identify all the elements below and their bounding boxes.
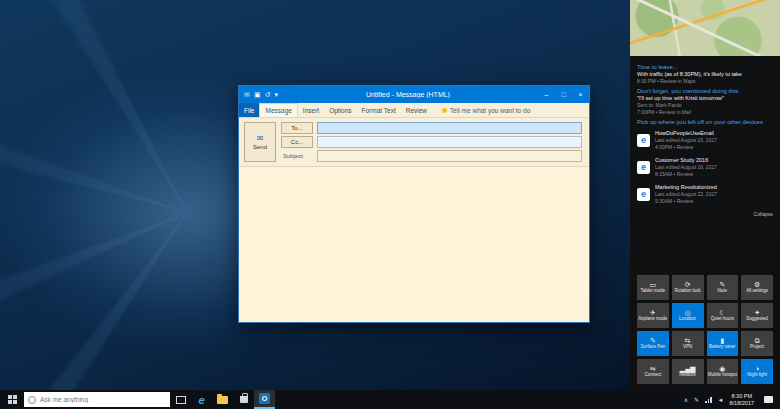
document-item[interactable]: e Customer Study 2016 Last edited August… — [637, 157, 773, 177]
network-icon: ▂▄▆ — [680, 365, 696, 372]
send-icon: ✉ — [257, 134, 264, 143]
tile-surface-pen[interactable]: ✎ Surface Pen — [637, 331, 669, 356]
connect-icon: ⇋ — [650, 365, 656, 372]
subject-input[interactable] — [317, 150, 582, 162]
document-meta: 4:00PM • Review — [655, 144, 717, 150]
save-icon[interactable]: ▣ — [254, 91, 261, 99]
minimize-button[interactable]: – — [538, 86, 555, 103]
document-item[interactable]: e HowDoPeopleUseEmail Last edited August… — [637, 130, 773, 150]
tile-label: Battery saver — [709, 345, 736, 350]
maximize-button[interactable]: □ — [555, 86, 572, 103]
quick-access-toolbar: ✉ ▣ ↺ ▾ — [244, 91, 278, 99]
task-view-button[interactable] — [170, 390, 191, 409]
edge-taskbar-button[interactable]: e — [191, 390, 212, 409]
tile-suggested[interactable]: ✦ Suggested — [741, 303, 773, 328]
tile-label: Note — [718, 289, 728, 294]
document-item[interactable]: e Marketing Revolutionized Last edited A… — [637, 184, 773, 204]
cc-input[interactable] — [317, 136, 582, 148]
pen-icon: ✎ — [650, 337, 656, 344]
tile-battery-saver[interactable]: ▮ Battery saver — [707, 331, 739, 356]
quick-actions-grid: ▭ Tablet mode ⟳ Rotation lock ✎ Note ⚙ A… — [637, 275, 773, 384]
action-center-content: Time to leave... With traffic (as of 8:3… — [630, 56, 780, 390]
tile-airplane-mode[interactable]: ✈ Airplane mode — [637, 303, 669, 328]
tile-label: Airplane mode — [638, 317, 667, 322]
project-icon: ⧉ — [755, 337, 760, 344]
document-title: HowDoPeopleUseEmail — [655, 130, 717, 136]
tile-label: Surface Pen — [640, 345, 665, 350]
time-to-leave-body: With traffic (as of 8:30PM), it's likely… — [637, 71, 773, 77]
start-button[interactable] — [0, 390, 24, 409]
lightbulb-icon — [442, 108, 447, 113]
app-icon: ✉ — [244, 91, 250, 99]
tile-network[interactable]: ▂▄▆ Network — [672, 359, 704, 384]
action-center-button[interactable] — [760, 390, 776, 409]
tab-format-text[interactable]: Format Text — [357, 103, 401, 117]
tray-pen-icon[interactable]: ✎ — [694, 397, 699, 403]
to-button[interactable]: To... — [281, 122, 313, 134]
action-center-icon — [764, 396, 773, 403]
window-titlebar[interactable]: ✉ ▣ ↺ ▾ Untitled - Message (HTML) – □ × — [239, 86, 589, 103]
document-meta: 8:15AM • Review — [655, 171, 717, 177]
tray-network-icon[interactable] — [705, 396, 712, 403]
tile-project[interactable]: ⧉ Project — [741, 331, 773, 356]
tile-label: Project — [750, 345, 764, 350]
system-tray: ∧ ✎ ◄ 8:30 PM 8/18/2017 — [684, 390, 780, 409]
airplane-icon: ✈ — [650, 309, 656, 316]
moon-icon: ☾ — [719, 309, 725, 316]
time-to-leave-notification[interactable]: Time to leave... With traffic (as of 8:3… — [637, 60, 773, 84]
outlook-taskbar-button[interactable]: O — [254, 390, 275, 409]
undo-icon[interactable]: ↺ — [265, 91, 271, 99]
windows-logo-icon — [8, 395, 17, 404]
tile-night-light[interactable]: ◑ Night light — [741, 359, 773, 384]
tile-label: Rotation lock — [675, 289, 701, 294]
tile-connect[interactable]: ⇋ Connect — [637, 359, 669, 384]
taskbar-clock[interactable]: 8:30 PM 8/18/2017 — [730, 393, 754, 407]
ribbon-tabs: File Message Insert Options Format Text … — [239, 103, 589, 118]
tile-label: Suggested — [746, 317, 768, 322]
cc-button[interactable]: Cc... — [281, 136, 313, 148]
collapse-link[interactable]: Collapse — [637, 211, 773, 217]
search-input[interactable] — [40, 396, 166, 403]
note-icon: ✎ — [719, 281, 725, 288]
tab-file[interactable]: File — [239, 103, 259, 117]
close-button[interactable]: × — [572, 86, 589, 103]
send-button[interactable]: ✉ Send — [244, 122, 276, 162]
message-body[interactable] — [239, 167, 589, 322]
outlook-compose-window: ✉ ▣ ↺ ▾ Untitled - Message (HTML) – □ × … — [238, 85, 590, 323]
task-view-icon — [176, 396, 186, 404]
tile-note[interactable]: ✎ Note — [707, 275, 739, 300]
tile-rotation-lock[interactable]: ⟳ Rotation lock — [672, 275, 704, 300]
file-explorer-button[interactable] — [212, 390, 233, 409]
tile-quiet-hours[interactable]: ☾ Quiet hours — [707, 303, 739, 328]
tell-me-box[interactable]: Tell me what you want to do — [442, 103, 530, 117]
compose-header: ✉ Send To... Cc... Subject — [239, 118, 589, 167]
store-bag-icon — [240, 396, 248, 403]
tile-vpn[interactable]: ⇆ VPN — [672, 331, 704, 356]
tile-location[interactable]: ◎ Location — [672, 303, 704, 328]
clock-time: 8:30 PM — [730, 393, 754, 400]
document-icon: e — [637, 134, 650, 147]
outlook-icon: O — [259, 393, 270, 404]
tab-review[interactable]: Review — [401, 103, 432, 117]
tray-volume-icon[interactable]: ◄ — [718, 397, 724, 403]
send-label: Send — [253, 144, 267, 150]
rotation-lock-icon: ⟳ — [685, 281, 691, 288]
reminder-notification[interactable]: Don't forget, you mentioned doing this: … — [637, 84, 773, 115]
tile-label: Mobile hotspot — [708, 373, 737, 378]
tile-mobile-hotspot[interactable]: ◉ Mobile hotspot — [707, 359, 739, 384]
window-controls: – □ × — [538, 86, 589, 103]
tab-options[interactable]: Options — [324, 103, 356, 117]
tablet-mode-icon: ▭ — [650, 281, 657, 288]
qat-dropdown-icon[interactable]: ▾ — [274, 91, 278, 99]
tab-insert[interactable]: Insert — [298, 103, 324, 117]
tell-me-label: Tell me what you want to do — [450, 107, 530, 114]
tile-tablet-mode[interactable]: ▭ Tablet mode — [637, 275, 669, 300]
taskbar-search-box[interactable] — [24, 392, 170, 407]
tab-message[interactable]: Message — [259, 103, 297, 117]
map-thumbnail[interactable] — [630, 0, 780, 56]
tile-all-settings[interactable]: ⚙ All settings — [741, 275, 773, 300]
tray-overflow-caret-icon[interactable]: ∧ — [684, 397, 688, 403]
to-input[interactable] — [317, 122, 582, 134]
vpn-icon: ⇆ — [685, 337, 691, 344]
store-button[interactable] — [233, 390, 254, 409]
